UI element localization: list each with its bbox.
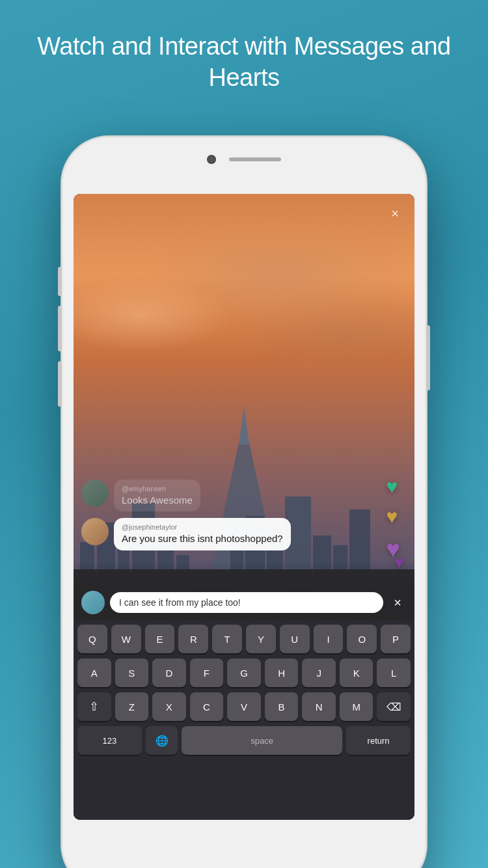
input-user-avatar [81, 591, 105, 614]
key-t[interactable]: T [212, 625, 242, 653]
key-b[interactable]: B [265, 692, 299, 721]
key-m[interactable]: M [340, 692, 373, 721]
front-camera [207, 155, 216, 164]
keyboard-row-3: ⇧ Z X C V B N M ⌫ [77, 692, 411, 721]
bubble-2-text: Are you sure this isnt photoshopped? [122, 532, 283, 545]
volume-up-button[interactable] [58, 306, 62, 351]
header-text: Watch and Interact with Messages and Hea… [0, 0, 488, 113]
phone-frame: × ♥ ♥ ♥ ♥ @emyhansen Looks Awesome [62, 137, 426, 868]
key-u[interactable]: U [280, 625, 310, 653]
key-k[interactable]: K [340, 658, 373, 687]
emoji-key[interactable]: 🌐 [146, 726, 178, 755]
input-close-button[interactable]: × [388, 593, 407, 613]
bubble-1-content: @emyhansen Looks Awesome [114, 480, 200, 512]
avatar-josephinetaylor [81, 518, 109, 545]
key-w[interactable]: W [111, 625, 141, 653]
space-key[interactable]: space [182, 726, 342, 755]
input-area: I can see it from my place too! × [74, 586, 414, 619]
numbers-key[interactable]: 123 [77, 726, 142, 755]
key-v[interactable]: V [227, 692, 261, 721]
keyboard: Q W E R T Y U I O P A S D F G H J K [74, 619, 414, 820]
power-button[interactable] [426, 325, 430, 390]
delete-key[interactable]: ⌫ [377, 692, 411, 721]
bubble-2-content: @josephinetaylor Are you sure this isnt … [114, 518, 291, 550]
shift-key[interactable]: ⇧ [77, 692, 111, 721]
key-x[interactable]: X [152, 692, 186, 721]
key-a[interactable]: A [77, 658, 111, 687]
message-bubble-2: @josephinetaylor Are you sure this isnt … [81, 518, 407, 550]
message-bubble-1: @emyhansen Looks Awesome [81, 480, 407, 512]
key-d[interactable]: D [152, 658, 186, 687]
messages-area: @emyhansen Looks Awesome @josephinetaylo… [74, 480, 414, 557]
avatar-emyhansen [81, 480, 109, 507]
speaker [229, 157, 281, 161]
bubble-1-text: Looks Awesome [122, 494, 193, 507]
key-r[interactable]: R [178, 625, 208, 653]
bubble-2-username: @josephinetaylor [122, 523, 283, 531]
return-key[interactable]: return [346, 726, 411, 755]
key-s[interactable]: S [115, 658, 149, 687]
key-c[interactable]: C [190, 692, 224, 721]
keyboard-row-2: A S D F G H J K L [77, 658, 411, 687]
key-p[interactable]: P [381, 625, 411, 653]
volume-down-button[interactable] [58, 361, 62, 407]
key-l[interactable]: L [377, 658, 411, 687]
key-f[interactable]: F [190, 658, 224, 687]
close-button[interactable]: × [385, 203, 405, 224]
key-h[interactable]: H [265, 658, 299, 687]
key-i[interactable]: I [314, 625, 344, 653]
bubble-1-username: @emyhansen [122, 485, 193, 493]
message-input[interactable]: I can see it from my place too! [110, 592, 383, 613]
key-o[interactable]: O [347, 625, 377, 653]
key-g[interactable]: G [227, 658, 261, 687]
key-j[interactable]: J [302, 658, 336, 687]
keyboard-row-4: 123 🌐 space return [77, 726, 411, 755]
phone-screen: × ♥ ♥ ♥ ♥ @emyhansen Looks Awesome [74, 194, 414, 820]
key-z[interactable]: Z [115, 692, 149, 721]
key-y[interactable]: Y [246, 625, 276, 653]
mute-button[interactable] [58, 267, 62, 296]
key-n[interactable]: N [302, 692, 336, 721]
key-q[interactable]: Q [77, 625, 107, 653]
key-e[interactable]: E [145, 625, 175, 653]
keyboard-row-1: Q W E R T Y U I O P [77, 625, 411, 653]
